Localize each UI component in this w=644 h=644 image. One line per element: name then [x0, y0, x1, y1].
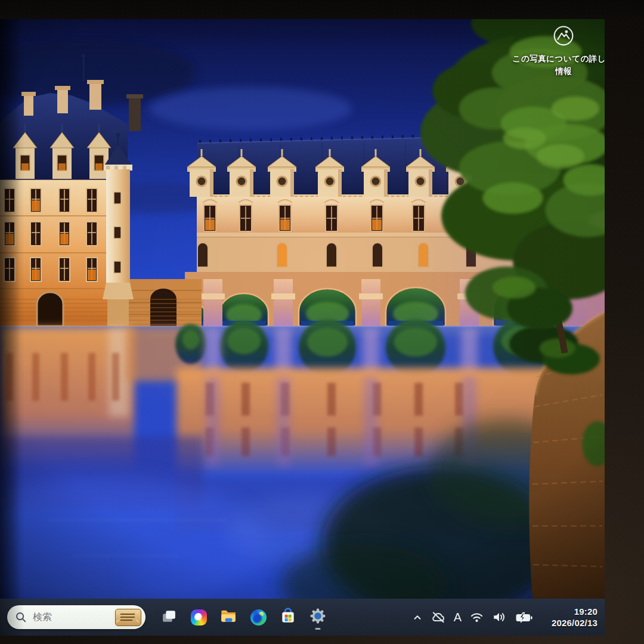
desktop-wallpaper: [0, 19, 605, 599]
speaker-icon[interactable]: [492, 611, 507, 624]
taskbar-app-microsoft-store[interactable]: [275, 603, 301, 631]
task-view-icon: [161, 608, 177, 627]
ime-mode-indicator[interactable]: A: [454, 611, 462, 623]
file-explorer-icon: [220, 608, 237, 627]
bing-daily-highlight-icon[interactable]: [115, 609, 141, 626]
taskbar-app-settings[interactable]: [305, 603, 330, 631]
windows-desktop: この写真についての詳しい情報: [0, 19, 605, 636]
copilot-icon: [191, 609, 207, 626]
wifi-icon[interactable]: [469, 611, 484, 624]
system-tray: A: [412, 606, 599, 629]
settings-gear-icon: [309, 608, 326, 627]
spotlight-label: この写真についての詳しい情報: [510, 53, 605, 78]
settings-active-indicator: [315, 628, 321, 630]
clock-time: 19:20: [544, 606, 597, 618]
taskbar-app-task-view[interactable]: [156, 603, 181, 631]
search-input[interactable]: [32, 611, 110, 623]
microsoft-store-icon: [280, 608, 296, 627]
search-icon: [15, 611, 27, 623]
clock-date: 2026/02/13: [544, 617, 597, 629]
taskbar-apps: [156, 603, 330, 631]
cloud-slash-icon[interactable]: [431, 610, 446, 624]
taskbar-app-copilot[interactable]: [186, 603, 211, 631]
taskbar: A: [0, 599, 605, 636]
chevron-up-icon[interactable]: [412, 612, 423, 623]
clock[interactable]: 19:20 2026/02/13: [544, 606, 597, 629]
taskbar-app-file-explorer[interactable]: [216, 603, 241, 631]
taskbar-app-edge[interactable]: [246, 603, 271, 631]
spotlight-learn-more[interactable]: この写真についての詳しい情報: [510, 25, 605, 78]
taskbar-search[interactable]: [7, 605, 145, 629]
monitor-bezel: [0, 0, 644, 19]
photographed-monitor: この写真についての詳しい情報: [0, 0, 644, 644]
landscape-photo-icon: [553, 25, 574, 49]
edge-icon: [250, 609, 267, 626]
battery-charging-icon[interactable]: [515, 611, 533, 624]
